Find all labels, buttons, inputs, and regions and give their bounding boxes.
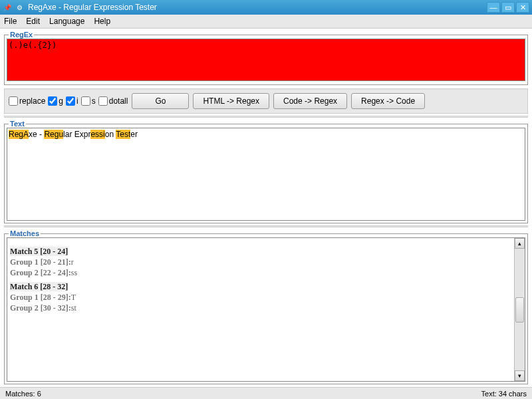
group-value: r [71, 257, 74, 267]
text-highlight: essi [90, 130, 104, 139]
status-matches: Matches: 6 [5, 390, 41, 398]
s-label: s [92, 96, 96, 106]
menu-edit[interactable]: Edit [26, 17, 40, 26]
replace-checkbox[interactable] [9, 96, 18, 106]
status-chars: Text: 34 chars [481, 390, 527, 398]
i-checkbox-label[interactable]: i [66, 96, 78, 106]
g-label: g [59, 96, 63, 106]
text-plain: on [105, 130, 116, 139]
g-checkbox-label[interactable]: g [48, 96, 63, 106]
regex-legend: RegEx [9, 31, 34, 39]
html-to-regex-button[interactable]: HTML -> Regex [193, 93, 269, 109]
options-row: replace g i s dotall Go HTML -> Regex Co… [4, 88, 528, 114]
text-highlight: Regu [44, 130, 63, 139]
replace-checkbox-label[interactable]: replace [9, 96, 45, 106]
code-to-regex-button[interactable]: Code -> Regex [273, 93, 347, 109]
group-label: Group 1 [28 - 29]: [10, 293, 71, 302]
statusbar: Matches: 6 Text: 34 chars [0, 387, 532, 399]
scroll-track[interactable] [515, 249, 525, 370]
menu-language[interactable]: Language [49, 17, 84, 26]
text-legend: Text [9, 120, 26, 128]
matches-output: Match 5 [20 - 24]Group 1 [20 - 21]:rGrou… [7, 238, 514, 381]
titlebar-left-icons: 📌 ⚙ [3, 3, 24, 12]
dotall-checkbox[interactable] [98, 96, 108, 106]
scroll-down-button[interactable]: ▾ [515, 370, 525, 381]
s-checkbox[interactable] [81, 96, 90, 106]
maximize-button[interactable]: ▭ [501, 2, 515, 13]
match-header: Match 5 [20 - 24] [10, 247, 68, 256]
text-plain: lar Expr [63, 130, 90, 139]
scroll-thumb[interactable] [515, 297, 524, 323]
regex-to-code-button[interactable]: Regex -> Code [351, 93, 425, 109]
text-input[interactable]: RegAxe - Regular Expression Tester [7, 128, 525, 221]
separator[interactable] [4, 116, 528, 118]
regex-input[interactable] [7, 39, 525, 81]
match-header: Match 6 [28 - 32] [10, 282, 68, 291]
minimize-button[interactable]: — [487, 2, 500, 13]
text-fieldset: Text RegAxe - Regular Expression Tester [4, 120, 528, 223]
group-value: st [71, 303, 76, 313]
matches-scrollbar[interactable]: ▴ ▾ [514, 238, 525, 381]
close-button[interactable]: ✕ [516, 2, 529, 13]
group-value: ss [71, 268, 77, 277]
titlebar: 📌 ⚙ RegAxe - Regular Expression Tester —… [0, 0, 532, 15]
text-highlight: Test [116, 130, 130, 139]
menu-file[interactable]: File [4, 17, 17, 26]
text-plain: xe - [29, 130, 44, 139]
g-checkbox[interactable] [48, 96, 57, 106]
window-title: RegAxe - Regular Expression Tester [28, 3, 487, 12]
s-checkbox-label[interactable]: s [81, 96, 96, 106]
pin-icon[interactable]: 📌 [3, 3, 12, 12]
replace-label: replace [19, 96, 45, 106]
menubar: File Edit Language Help [0, 15, 532, 29]
text-plain: er [130, 130, 138, 139]
dotall-label: dotall [109, 96, 128, 106]
go-button[interactable]: Go [132, 93, 189, 109]
separator-2[interactable] [4, 225, 528, 227]
i-label: i [76, 96, 78, 106]
matches-legend: Matches [9, 229, 41, 237]
config-icon[interactable]: ⚙ [15, 3, 24, 12]
dotall-checkbox-label[interactable]: dotall [98, 96, 128, 106]
i-checkbox[interactable] [66, 96, 75, 106]
group-label: Group 1 [20 - 21]: [10, 257, 71, 267]
group-label: Group 2 [22 - 24]: [10, 268, 71, 277]
group-label: Group 2 [30 - 32]: [10, 303, 71, 313]
scroll-up-button[interactable]: ▴ [515, 238, 525, 249]
matches-fieldset: Matches Match 5 [20 - 24]Group 1 [20 - 2… [4, 229, 528, 384]
text-highlight: RegA [9, 130, 29, 139]
menu-help[interactable]: Help [94, 17, 110, 26]
group-value: T [71, 293, 76, 302]
regex-fieldset: RegEx [4, 31, 528, 85]
